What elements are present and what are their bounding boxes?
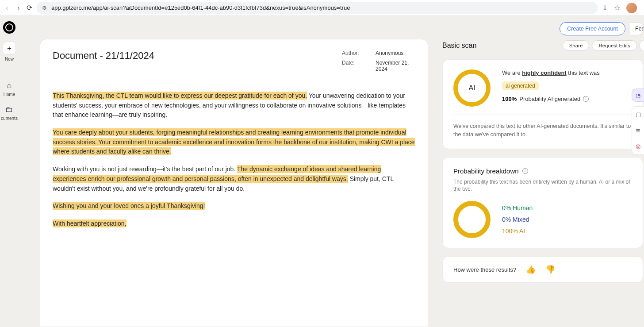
ai-ring-label: AI: [468, 84, 475, 92]
legend-human: 0% Human: [502, 204, 533, 212]
date-value: November 21, 2024: [376, 60, 415, 72]
author-value: Anonymous: [376, 50, 403, 56]
chrome-actions: ⤓ ☆: [602, 3, 640, 13]
ai-generated-tag: ai generated: [502, 81, 539, 90]
main-column: Create Free Account Fee Document - 21/11…: [19, 16, 644, 327]
probability-line: 100% Probability AI generated i: [502, 96, 632, 102]
document-header: Document - 21/11/2024 Author: Anonymous …: [40, 39, 428, 83]
highlight: Your commitment to academic excellence a…: [53, 138, 415, 156]
forward-icon[interactable]: ›: [15, 4, 22, 12]
analysis-panel: Basic scan Share Request Edits AI: [428, 39, 644, 327]
plus-icon: ＋: [3, 42, 16, 55]
brand-logo[interactable]: [3, 21, 15, 34]
back-icon[interactable]: ‹: [4, 4, 11, 12]
text: Working with you is not just rewarding—i…: [53, 165, 237, 173]
info-icon[interactable]: i: [522, 168, 528, 174]
confidence-line: We are highly confident this text was: [502, 69, 632, 76]
bookmark-icon[interactable]: ☆: [614, 4, 620, 12]
breakdown-legend: 0% Human 0% Mixed 100% AI: [502, 204, 533, 235]
breakdown-sub: The probability this text has been entir…: [453, 178, 632, 193]
thumbs-up-icon[interactable]: 👍: [526, 265, 536, 274]
url-text: app.gptzero.me/app/ai-scan?aiDocumentId=…: [51, 4, 592, 11]
thumbs-down-icon[interactable]: 👎: [545, 265, 555, 274]
rail-label-documents: cuments: [1, 116, 18, 121]
feedback-button-cut[interactable]: Fee: [630, 22, 644, 35]
create-account-button[interactable]: Create Free Account: [560, 22, 625, 35]
site-info-icon[interactable]: ⚙: [42, 5, 47, 11]
top-actions: Create Free Account Fee: [19, 16, 644, 39]
documents-nav[interactable]: 🗀 cuments: [0, 105, 19, 121]
scan-title: Basic scan: [442, 42, 476, 50]
confidence-link[interactable]: highly confident: [522, 69, 566, 76]
scan-actions: Share Request Edits: [563, 40, 644, 51]
right-float-toolbar: ▢ ≣ ◎: [632, 106, 644, 155]
legend-mixed: 0% Mixed: [502, 216, 533, 223]
request-edits-button[interactable]: Request Edits: [592, 40, 637, 51]
paragraph-3: Working with you is not just rewarding—i…: [53, 165, 415, 193]
highlight: With heartfelt appreciation,: [53, 219, 126, 227]
install-icon[interactable]: ⤓: [602, 4, 608, 12]
float-spinner-icon[interactable]: ◔: [632, 88, 644, 102]
highlight: This Thanksgiving, the CTL team would li…: [53, 92, 307, 100]
home-icon: ⌂: [7, 81, 12, 90]
date-label: Date:: [342, 60, 364, 72]
paragraph-2: You care deeply about your students, for…: [53, 128, 415, 157]
float-square-icon[interactable]: ▢: [635, 111, 642, 118]
paragraph-5: With heartfelt appreciation,: [53, 219, 415, 229]
content-row: Document - 21/11/2024 Author: Anonymous …: [19, 39, 644, 327]
paragraph-1: This Thanksgiving, the CTL team would li…: [53, 91, 415, 120]
verdict-footer: We've compared this text to other AI-gen…: [453, 115, 632, 139]
share-button[interactable]: Share: [563, 40, 590, 51]
rail-label-home: Home: [4, 92, 15, 97]
highlight: Wishing you and your loved ones a joyful…: [53, 202, 205, 210]
overflow-button-cut[interactable]: [640, 40, 644, 51]
reload-icon[interactable]: ⟳: [27, 4, 32, 12]
verdict-card: AI We are highly confident this text was…: [442, 59, 643, 149]
info-icon[interactable]: i: [583, 96, 589, 102]
folder-icon: 🗀: [5, 105, 13, 114]
browser-chrome: ‹ › ⟳ ⚙ app.gptzero.me/app/ai-scan?aiDoc…: [0, 0, 644, 16]
breakdown-ring-icon: [453, 201, 491, 238]
document-title: Document - 21/11/2024: [53, 50, 154, 62]
author-label: Author:: [342, 50, 364, 56]
ai-ring-icon: AI: [453, 69, 491, 107]
url-bar[interactable]: ⚙ app.gptzero.me/app/ai-scan?aiDocumentI…: [37, 2, 598, 14]
left-rail: ＋ New ⌂ Home 🗀 cuments: [0, 16, 19, 327]
feedback-card: How were these results? 👍 👎: [442, 256, 643, 283]
paragraph-4: Wishing you and your loved ones a joyful…: [53, 201, 415, 211]
rail-label-new: New: [5, 57, 14, 62]
new-button[interactable]: ＋ New: [0, 42, 19, 62]
probability-pct: 100%: [502, 96, 517, 102]
document-body[interactable]: This Thanksgiving, the CTL team would li…: [40, 83, 428, 254]
breakdown-title: Probability breakdown: [453, 167, 519, 175]
float-badge-icon[interactable]: ◎: [635, 143, 642, 150]
document-panel: Document - 21/11/2024 Author: Anonymous …: [40, 39, 428, 327]
feedback-question: How were these results?: [453, 266, 516, 273]
document-meta: Author: Anonymous Date: November 21, 202…: [342, 50, 415, 76]
float-list-icon[interactable]: ≣: [635, 127, 642, 134]
legend-ai: 100% AI: [502, 227, 533, 235]
breakdown-card: Probability breakdown i The probability …: [442, 157, 643, 249]
analysis-header: Basic scan Share Request Edits: [442, 39, 644, 59]
home-nav[interactable]: ⌂ Home: [0, 81, 19, 97]
app-shell: ＋ New ⌂ Home 🗀 cuments Create Free Accou…: [0, 16, 644, 327]
profile-avatar[interactable]: [626, 3, 637, 13]
